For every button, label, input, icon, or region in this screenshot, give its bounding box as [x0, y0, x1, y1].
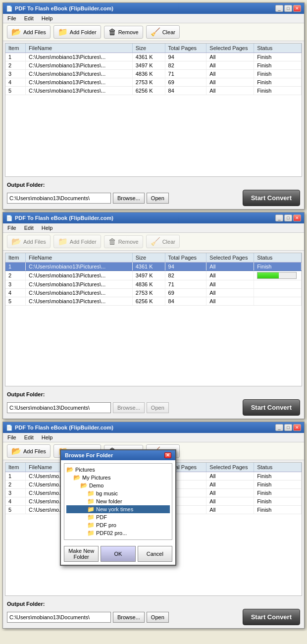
tree-item[interactable]: 📁 New folder — [66, 497, 170, 505]
cell-total: 94 — [165, 53, 206, 61]
maximize-btn-2[interactable]: □ — [284, 215, 292, 221]
tree-item[interactable]: 📁 PDF pro — [66, 521, 170, 529]
add-files-btn-3[interactable]: 📂 Add Files — [7, 444, 51, 458]
browse-folder-dialog: Browse For Folder ✕ 📂 Pictures📂 My Pictu… — [60, 449, 176, 566]
window-title-3: PDF To Flash eBook (FlipBuilder.com) — [15, 425, 113, 430]
remove-btn-1[interactable]: 🗑 Remove — [104, 26, 143, 39]
title-bar-controls-3: _ □ ✕ — [275, 424, 301, 431]
cell-selected: All — [206, 70, 254, 78]
cell-status: Finish — [254, 78, 302, 87]
menu-edit-1[interactable]: Edit — [23, 15, 35, 22]
make-new-folder-btn[interactable]: Make New Folder — [64, 546, 99, 562]
minimize-btn-3[interactable]: _ — [275, 424, 283, 431]
folder-icon: 📁 — [87, 514, 95, 521]
window-3: 📄 PDF To Flash eBook (FlipBuilder.com) _… — [2, 422, 305, 629]
folder-icon: 📂 — [80, 482, 88, 489]
close-btn-2[interactable]: ✕ — [293, 215, 301, 221]
cell-total: 69 — [165, 78, 206, 87]
start-convert-btn-1[interactable]: Start Convert — [243, 190, 300, 206]
table-row[interactable]: 3C:\Users\mobiano13\Pictures\...4836 K71… — [5, 280, 302, 289]
th-selected-3: Selected Pages — [206, 463, 254, 472]
tree-item[interactable]: 📁 PDF02 pro... — [66, 529, 170, 537]
tree-item-label: Pictures — [75, 467, 95, 473]
menu-file-1[interactable]: File — [6, 15, 18, 22]
menu-file-3[interactable]: File — [6, 434, 18, 441]
title-bar-left-1: 📄 PDF To Flash eBook (FlipBuilder.com) — [6, 5, 113, 12]
browse-btn-1[interactable]: Browse... — [113, 193, 145, 204]
tree-item[interactable]: 📁 bg music — [66, 489, 170, 497]
cell-selected: All — [206, 87, 254, 95]
tree-item[interactable]: 📂 Demo — [66, 482, 170, 489]
table-row[interactable]: 4C:\Users\mobiano13\Pictures\...2753 K69… — [5, 78, 302, 87]
title-bar-2: 📄 PDF To Flash eBook (FlipBuilder.com) _… — [3, 213, 304, 223]
remove-btn-2: 🗑 Remove — [104, 235, 143, 248]
add-files-icon-2: 📂 — [11, 237, 21, 246]
open-btn-1[interactable]: Open — [147, 193, 169, 204]
cell-selected: All — [206, 78, 254, 87]
window-title-2: PDF To Flash eBook (FlipBuilder.com) — [15, 215, 113, 221]
cell-item: 2 — [5, 481, 26, 489]
table-row[interactable]: 2C:\Users\mobiano13\Pictures\...3497 K82… — [5, 271, 302, 280]
table-row[interactable]: 4C:\Users\mobiano13\Pictures\...2753 K69… — [5, 289, 302, 297]
bottom-section-3: Output Folder: Browse... Open Start Conv… — [3, 598, 304, 628]
progress-bar-fill — [257, 272, 279, 278]
th-total-1: Total Pages — [165, 44, 206, 53]
table-row[interactable]: 3C:\Users\mobiano13\Pictures\...4836 K71… — [5, 70, 302, 78]
folder-icon: 📁 — [87, 498, 95, 505]
menu-edit-3[interactable]: Edit — [23, 434, 35, 441]
add-folder-label-1: Add Folder — [70, 29, 97, 35]
maximize-btn-1[interactable]: □ — [284, 5, 292, 12]
close-btn-1[interactable]: ✕ — [293, 5, 301, 12]
tree-item[interactable]: 📂 My Pictures — [66, 474, 170, 482]
folder-input-3[interactable] — [7, 612, 111, 623]
menu-edit-2[interactable]: Edit — [23, 224, 35, 231]
cell-selected: All — [206, 53, 254, 61]
cell-selected: All — [206, 481, 254, 489]
app-icon-2: 📄 — [6, 215, 13, 221]
ok-btn[interactable]: OK — [101, 546, 135, 562]
cell-item: 4 — [5, 78, 26, 87]
menu-help-2[interactable]: Help — [40, 224, 54, 231]
menu-help-3[interactable]: Help — [40, 434, 54, 441]
open-btn-3[interactable]: Open — [147, 612, 169, 623]
cancel-btn[interactable]: Cancel — [138, 546, 172, 562]
minimize-btn-2[interactable]: _ — [275, 215, 283, 221]
folder-icon: 📁 — [87, 530, 95, 537]
th-filename-2: FileName — [26, 253, 133, 263]
th-size-1: Size — [132, 44, 165, 53]
tree-item[interactable]: 📁 PDF — [66, 513, 170, 521]
folder-input-row-3: Browse... Open — [7, 612, 169, 623]
table-area-1: Item FileName Size Total Pages Selected … — [5, 43, 302, 177]
clear-btn-1[interactable]: 🧹 Clear — [146, 25, 180, 39]
minimize-btn-1[interactable]: _ — [275, 5, 283, 12]
dialog-close-btn[interactable]: ✕ — [164, 452, 171, 458]
cell-size: 2753 K — [132, 78, 165, 87]
folder-input-2[interactable] — [7, 402, 111, 413]
close-btn-3[interactable]: ✕ — [293, 424, 301, 431]
add-files-icon-1: 📂 — [11, 27, 21, 37]
add-folder-btn-1[interactable]: 📁 Add Folder — [53, 25, 101, 39]
start-convert-btn-2[interactable]: Start Convert — [243, 399, 300, 416]
remove-icon-2: 🗑 — [108, 237, 116, 246]
table-row[interactable]: 2C:\Users\mobiano13\Pictures\...3497 K82… — [5, 61, 302, 70]
clear-btn-2: 🧹 Clear — [146, 235, 180, 248]
folder-input-1[interactable] — [7, 193, 111, 204]
add-files-btn-1[interactable]: 📂 Add Files — [7, 25, 51, 39]
maximize-btn-3[interactable]: □ — [284, 424, 292, 431]
tree-item[interactable]: 📁 New york times — [66, 505, 170, 513]
table-row[interactable]: 5C:\Users\mobiano13\Pictures\...6256 K84… — [5, 297, 302, 306]
cell-total: 94 — [165, 263, 206, 271]
tree-item-label: New york times — [96, 506, 133, 512]
folder-tree[interactable]: 📂 Pictures📂 My Pictures📂 Demo📁 bg music📁… — [64, 463, 172, 540]
tree-item[interactable]: 📂 Pictures — [66, 466, 170, 474]
menu-help-1[interactable]: Help — [40, 15, 54, 22]
cell-item: 2 — [5, 61, 26, 70]
cell-status: Finish — [254, 263, 302, 271]
start-convert-btn-3[interactable]: Start Convert — [243, 609, 300, 625]
table-row[interactable]: 1C:\Users\mobiano13\Pictures\...4361 K94… — [5, 263, 302, 271]
menu-file-2[interactable]: File — [6, 224, 18, 231]
tree-item-label: PDF02 pro... — [96, 530, 127, 536]
browse-btn-3[interactable]: Browse... — [113, 612, 145, 623]
table-row[interactable]: 5C:\Users\mobiano13\Pictures\...6256 K84… — [5, 87, 302, 95]
table-row[interactable]: 1C:\Users\mobiano13\Pictures\...4361 K94… — [5, 53, 302, 61]
